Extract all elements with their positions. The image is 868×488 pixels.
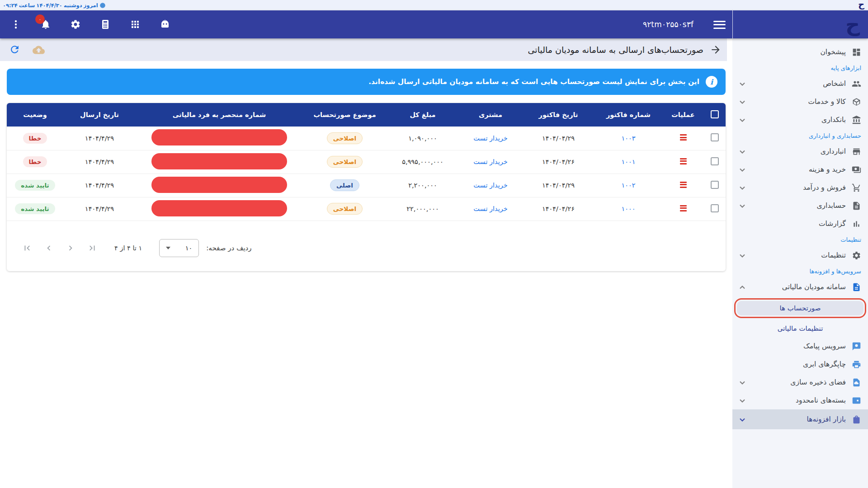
sidebar-item-accounting[interactable]: حسابداری (732, 197, 868, 215)
workspace-id[interactable]: ۹۲tm۰۲۵۵۰s۳f (643, 10, 693, 38)
previous-page-icon[interactable] (44, 243, 54, 253)
bank-icon (852, 115, 861, 125)
sidebar-item-persons[interactable]: اشخاص (732, 75, 868, 93)
clock-icon (99, 2, 106, 9)
chevron-down-icon (739, 184, 745, 191)
next-page-icon[interactable] (66, 243, 75, 253)
invoice-number-link[interactable]: ۱۰۰۲ (621, 182, 635, 189)
box-icon (852, 396, 861, 405)
customer-link[interactable]: خریدار تست (473, 158, 507, 165)
document-icon (852, 201, 861, 211)
sent-date: ۱۴۰۴/۴/۲۹ (63, 197, 136, 221)
chevron-down-icon (739, 80, 745, 87)
row-operations-menu-icon[interactable] (680, 204, 687, 212)
col-sent-date: تاریخ ارسال (63, 103, 136, 127)
invoices-table: عملیات شماره فاکتور تاریخ فاکتور مشتری م… (7, 103, 726, 221)
invoice-number-link[interactable]: ۱۰۰۳ (621, 135, 635, 142)
customer-link[interactable]: خریدار تست (473, 205, 507, 212)
row-operations-menu-icon[interactable] (680, 180, 687, 189)
col-operations: عملیات (662, 103, 704, 127)
cloud-upload-icon[interactable] (33, 44, 44, 56)
sidebar-subitem-tax-settings[interactable]: تنظیمات مالیاتی (732, 320, 868, 337)
invoice-date: ۱۴۰۴/۰۴/۲۹ (522, 174, 594, 197)
page-header-actions (5, 44, 44, 56)
row-checkbox[interactable] (711, 181, 719, 189)
col-invoice-number: شماره فاکتور (594, 103, 662, 127)
row-operations-menu-icon[interactable] (680, 133, 687, 142)
customer-link[interactable]: خریدار تست (473, 135, 507, 142)
table-row: ۱۰۰۰ ۱۴۰۴/۰۴/۲۶ خریدار تست ۲۲,۰۰۰,۰۰۰ اص… (7, 197, 726, 221)
sidebar-item-warehousing[interactable]: انبارداری (732, 142, 868, 160)
sidebar-item-storage-space[interactable]: فضای ذخیره سازی (732, 373, 868, 391)
sidebar-item-addons-market[interactable]: بازار افزونه‌ها (732, 409, 868, 429)
sidebar-item-label: حسابداری (816, 202, 846, 210)
sidebar-item-cloud-printers[interactable]: چاپگرهای ابری (732, 355, 868, 373)
sms-chat-icon (852, 342, 861, 351)
chevron-down-icon (739, 117, 745, 123)
calculator-icon[interactable] (99, 19, 111, 30)
sidebar-item-reports[interactable]: گزارشات (732, 215, 868, 233)
table-header-row: عملیات شماره فاکتور تاریخ فاکتور مشتری م… (7, 103, 726, 127)
subject-badge: اصلاحی (327, 132, 363, 144)
sent-date: ۱۴۰۴/۴/۲۹ (63, 127, 136, 150)
hamburger-menu-icon[interactable] (713, 19, 726, 30)
apps-grid-icon[interactable] (129, 19, 141, 30)
total-amount: ۲,۲۰۰,۰۰۰ (387, 174, 459, 197)
last-page-icon[interactable] (87, 243, 97, 253)
customer-link[interactable]: خریدار تست (473, 182, 507, 189)
chevron-down-icon (739, 99, 745, 105)
sidebar-item-banking[interactable]: بانکداری (732, 111, 868, 129)
sidebar-item-purchase-expense[interactable]: خرید و هزینه (732, 160, 868, 178)
notifications-bell-icon[interactable]: ۰ (40, 19, 52, 30)
chevron-down-icon (739, 202, 745, 209)
sidebar-item-sales-income[interactable]: فروش و درآمد (732, 178, 868, 197)
row-checkbox[interactable] (711, 133, 719, 141)
sidebar-item-label: گزارشات (819, 220, 846, 228)
printer-icon (852, 360, 861, 369)
storefront-icon (852, 147, 861, 156)
sidebar-item-sms-service[interactable]: سرویس پیامک (732, 337, 868, 355)
select-all-checkbox[interactable] (711, 110, 719, 118)
table-row: ۱۰۰۱ ۱۴۰۴/۰۴/۲۶ خریدار تست ۵,۹۹۵,۰۰۰,۰۰۰… (7, 150, 726, 174)
robot-assistant-icon[interactable] (159, 19, 171, 30)
invoice-number-link[interactable]: ۱۰۰۰ (621, 205, 635, 212)
col-total-amount: مبلغ کل (387, 103, 459, 127)
col-invoice-subject: موضوع صورتحساب (303, 103, 387, 127)
bar-chart-icon (852, 219, 861, 229)
sidebar-item-settings[interactable]: تنظیمات (732, 246, 868, 264)
pager-controls (22, 243, 97, 253)
status-badge: تایید شده (15, 203, 55, 214)
back-arrow-icon[interactable] (710, 44, 722, 56)
gear-icon[interactable] (70, 19, 81, 30)
sent-date: ۱۴۰۴/۴/۲۹ (63, 174, 136, 197)
row-checkbox[interactable] (711, 204, 719, 212)
row-operations-menu-icon[interactable] (680, 157, 687, 165)
rows-per-page-select[interactable]: ۱۰ (159, 239, 199, 257)
sidebar-item-label: فروش و درآمد (803, 183, 846, 192)
row-checkbox[interactable] (711, 157, 719, 165)
today-label: امروز (84, 2, 98, 9)
sidebar-item-tax-moadian-system[interactable]: سامانه مودیان مالیاتی (732, 278, 868, 296)
package-icon (852, 97, 861, 107)
refresh-icon[interactable] (9, 44, 21, 56)
info-icon: i (706, 76, 717, 88)
total-amount: ۱,۰۹۰,۰۰۰ (387, 127, 459, 150)
sidebar-item-unlimited-packages[interactable]: بسته‌های نامحدود (732, 391, 868, 409)
sidebar-item-label: انبارداری (821, 147, 846, 155)
sidebar-item-label: سامانه مودیان مالیاتی (782, 283, 846, 291)
status-badge: خطا (23, 133, 47, 144)
dashboard-icon (852, 47, 861, 57)
notification-badge: ۰ (35, 14, 45, 24)
sidebar-item-dashboard[interactable]: پیشخوان (732, 43, 868, 61)
hour-label: ساعت (19, 2, 35, 9)
kebab-menu-icon[interactable] (10, 19, 22, 30)
rows-per-page-value: ۱۰ (185, 244, 193, 252)
sidebar-subitem-invoices[interactable]: صورتحساب ها (737, 301, 863, 315)
chevron-down-icon (739, 416, 745, 422)
sidebar-item-label: فضای ذخیره سازی (790, 378, 846, 386)
invoice-number-link[interactable]: ۱۰۰۱ (621, 158, 635, 165)
sidebar-item-goods-services[interactable]: کالا و خدمات (732, 93, 868, 111)
subject-badge: اصلاحی (327, 203, 363, 215)
first-page-icon[interactable] (22, 243, 32, 253)
sidebar-section-accounting-warehouse: حسابداری و انبارداری (732, 129, 868, 142)
